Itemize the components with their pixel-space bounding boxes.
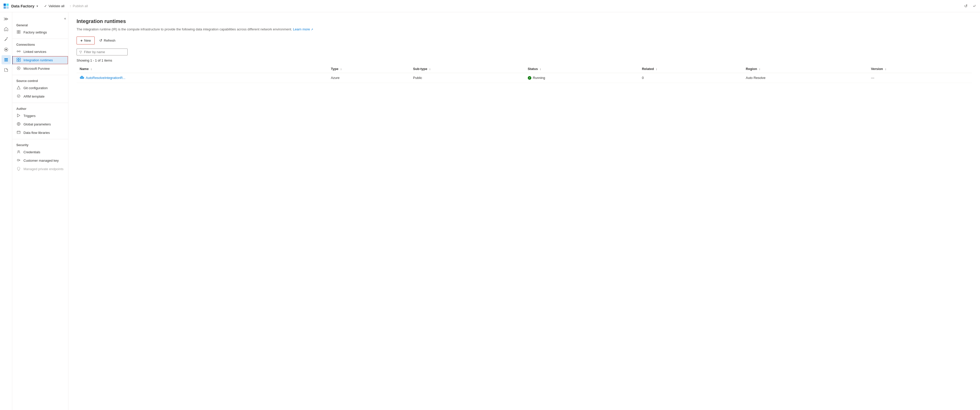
- cell-type: Azure: [328, 73, 410, 83]
- icon-bar: ≫: [0, 12, 12, 410]
- sidebar-item-integration-runtimes[interactable]: Integration runtimes: [12, 56, 68, 64]
- credentials-icon: [16, 150, 21, 155]
- credentials-label: Credentials: [24, 150, 40, 154]
- table-header-row: Name ↕ Type ↕ Sub-type ↕ Status ↕: [76, 65, 972, 73]
- iconbar-monitor[interactable]: [2, 45, 11, 54]
- iconbar-learn[interactable]: [2, 65, 11, 75]
- global-params-icon: [16, 122, 21, 127]
- validate-label: Validate all: [48, 4, 65, 8]
- main-layout: ≫ « General Factory settings Connecti: [0, 12, 980, 410]
- cell-region: Auto Resolve: [743, 73, 868, 83]
- topbar: Data Factory ▾ ✓ Validate all ↑ Publish …: [0, 0, 980, 12]
- new-button[interactable]: + New: [76, 37, 95, 45]
- sidebar-item-arm-template[interactable]: ARM template: [12, 92, 68, 101]
- col-header-version: Version ↕: [868, 65, 972, 73]
- customer-managed-key-label: Customer managed key: [24, 159, 59, 163]
- publish-all-button[interactable]: ↑ Publish all: [70, 4, 88, 8]
- sort-name-icon[interactable]: ↕: [91, 67, 92, 70]
- svg-point-14: [19, 51, 21, 52]
- svg-rect-10: [19, 30, 20, 32]
- iconbar-expand[interactable]: ≫: [2, 14, 11, 24]
- filter-by-name-input[interactable]: [84, 50, 125, 54]
- triggers-label: Triggers: [24, 114, 35, 118]
- data-flow-libs-icon: [16, 130, 21, 135]
- runtime-name-link[interactable]: AutoResolveIntegrationR...: [80, 76, 325, 80]
- sidebar-section-connections: Connections: [12, 41, 68, 48]
- validate-all-button[interactable]: ✓ Validate all: [44, 4, 65, 8]
- svg-rect-12: [19, 32, 20, 34]
- customer-key-icon: [16, 158, 21, 163]
- filter-input-wrapper: ▽: [76, 48, 127, 56]
- topbar-brand: Data Factory: [3, 3, 35, 9]
- svg-rect-8: [4, 61, 8, 62]
- cell-related: 0: [639, 73, 743, 83]
- cell-name: AutoResolveIntegrationR...: [76, 73, 328, 83]
- data-factory-logo-icon: [3, 3, 9, 9]
- sidebar-item-linked-services[interactable]: Linked services: [12, 48, 68, 56]
- sort-subtype-icon[interactable]: ↕: [429, 67, 431, 70]
- sort-status-icon[interactable]: ↕: [540, 67, 541, 70]
- refresh-button[interactable]: ↺ Refresh: [97, 37, 118, 44]
- sort-region-icon[interactable]: ↕: [759, 67, 760, 70]
- sidebar-item-credentials[interactable]: Credentials: [12, 148, 68, 156]
- publish-icon: ↑: [70, 4, 72, 8]
- col-header-status: Status ↕: [525, 65, 639, 73]
- svg-rect-17: [19, 58, 21, 59]
- svg-rect-7: [4, 59, 8, 60]
- learn-more-link[interactable]: Learn more ↗: [293, 27, 313, 31]
- svg-point-5: [5, 49, 7, 50]
- filter-icon: ▽: [80, 50, 82, 54]
- col-header-type: Type ↕: [328, 65, 410, 73]
- status-dot: ✓: [528, 76, 531, 80]
- plus-icon: +: [80, 38, 83, 43]
- svg-rect-26: [17, 131, 20, 134]
- triggers-icon: [16, 113, 21, 118]
- sidebar-item-factory-settings[interactable]: Factory settings: [12, 28, 68, 37]
- iconbar-home[interactable]: [2, 24, 11, 34]
- factory-settings-label: Factory settings: [24, 30, 47, 34]
- sidebar: « General Factory settings Connections L…: [12, 12, 68, 410]
- svg-point-13: [17, 51, 18, 52]
- sidebar-item-global-parameters[interactable]: Global parameters: [12, 120, 68, 129]
- sidebar-item-git-configuration[interactable]: Git configuration: [12, 84, 68, 92]
- action-bar: + New ↺ Refresh: [76, 37, 972, 45]
- refresh-icon-btn[interactable]: ↺: [963, 3, 969, 10]
- status-label: Running: [533, 76, 545, 80]
- sidebar-item-data-flow-libraries[interactable]: Data flow libraries: [12, 129, 68, 137]
- sidebar-section-source-control: Source control: [12, 77, 68, 84]
- col-header-related: Related ↕: [639, 65, 743, 73]
- sort-type-icon[interactable]: ↕: [340, 67, 342, 70]
- sort-version-icon[interactable]: ↕: [885, 67, 886, 70]
- sidebar-item-microsoft-purview[interactable]: Microsoft Purview: [12, 64, 68, 73]
- iconbar-author[interactable]: [2, 35, 11, 44]
- page-description: The integration runtime (IR) is the comp…: [76, 27, 972, 32]
- status-check-icon: ✓: [528, 77, 531, 79]
- cell-version: ---: [868, 73, 972, 83]
- managed-private-endpoints-label: Managed private endpoints: [24, 167, 64, 171]
- sidebar-item-customer-managed-key[interactable]: Customer managed key: [12, 156, 68, 165]
- col-header-subtype: Sub-type ↕: [410, 65, 525, 73]
- col-header-name: Name ↕: [76, 65, 328, 73]
- linked-services-label: Linked services: [24, 50, 46, 54]
- microsoft-purview-label: Microsoft Purview: [24, 67, 50, 70]
- sidebar-item-triggers[interactable]: Triggers: [12, 112, 68, 120]
- git-icon: [16, 86, 21, 91]
- iconbar-manage[interactable]: [2, 55, 11, 64]
- validate-icon: ✓: [44, 4, 47, 8]
- brand-chevron[interactable]: ▾: [37, 4, 38, 8]
- sidebar-collapse-button[interactable]: «: [12, 15, 68, 21]
- brand-label: Data Factory: [11, 4, 35, 8]
- topbar-left: Data Factory ▾ ✓ Validate all ↑ Publish …: [3, 3, 88, 9]
- discard-icon-btn[interactable]: ⤶: [972, 3, 977, 10]
- cell-subtype: Public: [410, 73, 525, 83]
- cell-status: ✓Running: [525, 73, 639, 83]
- sort-related-icon[interactable]: ↕: [656, 67, 657, 70]
- integration-runtimes-label: Integration runtimes: [24, 58, 53, 62]
- sidebar-section-security: Security: [12, 141, 68, 148]
- svg-point-27: [18, 150, 19, 152]
- content-area: Integration runtimes The integration run…: [68, 12, 980, 410]
- svg-rect-6: [4, 58, 8, 59]
- col-header-region: Region ↕: [743, 65, 868, 73]
- sidebar-item-managed-private-endpoints[interactable]: Managed private endpoints: [12, 165, 68, 173]
- svg-point-21: [18, 68, 19, 69]
